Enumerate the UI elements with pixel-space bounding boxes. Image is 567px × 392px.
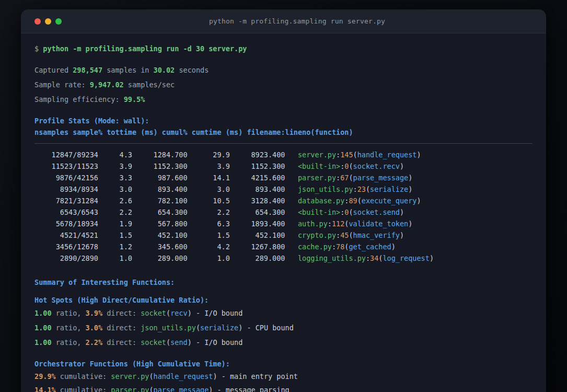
text-segment: ( xyxy=(349,208,353,216)
text-segment: 1.00 xyxy=(34,324,52,332)
table-cell-tottime: 654.300 xyxy=(132,206,188,218)
capture-stats: Captured 298,547 samples in 30.02 second… xyxy=(34,63,533,107)
summary-heading: Summary of Interesting Functions: xyxy=(34,276,533,288)
table-cell-nsamples: 11523/11523 xyxy=(34,160,98,172)
table-cell-sample_pct: 4.3 xyxy=(98,149,132,160)
text-segment: ( xyxy=(357,197,362,205)
hot-spots-list: 1.00 ratio, 3.9% direct: socket(recv) - … xyxy=(34,306,533,350)
table-cell-cumul_pct: 3.9 xyxy=(188,160,230,172)
table-cell-sample_pct: 1.0 xyxy=(98,252,132,264)
text-segment: database.py xyxy=(298,197,344,205)
text-segment: 112 xyxy=(332,220,344,228)
table-cell-sample_pct: 3.0 xyxy=(98,183,132,195)
hot-spot-line: 1.00 ratio, 2.2% direct: socket(send) - … xyxy=(34,335,533,350)
table-cell-nsamples: 9876/42156 xyxy=(34,172,98,183)
text-segment: 14.1% xyxy=(34,386,56,392)
text-segment: 145 xyxy=(340,151,353,159)
close-button[interactable] xyxy=(34,18,41,25)
text-segment: crypto.py xyxy=(298,231,336,239)
text-segment: 78 xyxy=(336,243,344,251)
text-segment: direct: xyxy=(102,309,141,317)
table-cell-tottime: 345.600 xyxy=(132,241,188,252)
text-segment: Sample rate: xyxy=(34,80,90,89)
table-cell-sample_pct: 1.5 xyxy=(98,229,132,241)
table-row: 9876/421563.3987.60014.14215.600parser.p… xyxy=(34,172,533,183)
table-row: 4521/45211.5452.1001.5452.100crypto.py:4… xyxy=(34,229,533,241)
text-segment: : xyxy=(336,151,340,159)
text-segment: 1.00 xyxy=(34,309,52,317)
minimize-button[interactable] xyxy=(45,18,51,25)
table-cell-tottime: 567.800 xyxy=(132,218,188,229)
table-cell-tottime: 893.400 xyxy=(132,183,188,195)
text-segment: ) xyxy=(188,309,192,317)
table-columns-header: nsamples sample% tottime (ms) cumul% cum… xyxy=(34,126,533,138)
text-segment: : xyxy=(332,243,336,251)
text-segment: 89 xyxy=(349,197,357,205)
text-segment: ) xyxy=(400,208,404,216)
text-segment: parser.py xyxy=(298,174,336,182)
text-segment: get_cached xyxy=(349,243,391,251)
text-segment: 1.00 xyxy=(34,338,52,347)
table-cell-cumtime: 289.000 xyxy=(230,252,285,264)
table-cell-location: cache.py:78(get_cached) xyxy=(285,243,396,251)
orchestrator-list: 29.9% cumulative: server.py(handle_reque… xyxy=(34,370,533,392)
text-segment: <built-in> xyxy=(298,162,340,170)
text-segment: ( xyxy=(149,386,153,392)
text-segment: socket.recv xyxy=(353,162,400,170)
table-cell-location: parser.py:67(parse_message) xyxy=(285,174,413,182)
text-segment: 3.0% xyxy=(86,324,103,332)
text-segment: - CPU bound xyxy=(242,324,294,332)
table-cell-sample_pct: 3.3 xyxy=(98,172,132,183)
profile-table: 12847/892344.31284.70029.98923.400server… xyxy=(34,149,533,264)
table-cell-cumul_pct: 2.2 xyxy=(188,206,230,218)
text-segment: ( xyxy=(349,231,353,239)
text-segment: 298,547 xyxy=(73,66,102,74)
table-cell-sample_pct: 3.9 xyxy=(98,160,132,172)
table-cell-nsamples: 6543/6543 xyxy=(34,206,98,218)
table-cell-tottime: 1284.700 xyxy=(132,149,188,160)
table-row: 12847/892344.31284.70029.98923.400server… xyxy=(34,149,533,160)
text-segment: parser.py xyxy=(111,386,149,392)
text-segment: socket xyxy=(141,309,166,317)
table-cell-nsamples: 2890/2890 xyxy=(34,252,98,264)
table-cell-location: auth.py:112(validate_token) xyxy=(285,220,413,228)
text-segment: server.py xyxy=(111,372,149,381)
text-segment: server.py xyxy=(298,151,336,159)
text-segment: json_utils.py xyxy=(298,185,353,193)
text-segment: ) xyxy=(430,254,434,262)
text-segment: : xyxy=(336,231,340,239)
table-cell-location: database.py:89(execute_query) xyxy=(285,197,421,205)
text-segment: ) xyxy=(213,372,217,381)
table-cell-cumtime: 4215.600 xyxy=(230,172,285,183)
text-segment: : xyxy=(328,220,332,228)
text-segment: 9,947.02 xyxy=(90,80,124,89)
text-segment: ratio, xyxy=(52,309,86,317)
table-row: 3456/126781.2345.6004.21267.800cache.py:… xyxy=(34,241,533,252)
traffic-lights xyxy=(34,18,62,25)
orchestrator-line: 29.9% cumulative: server.py(handle_reque… xyxy=(34,370,533,383)
orchestrator-line: 14.1% cumulative: parser.py(parse_messag… xyxy=(34,383,533,392)
text-segment: hmac_verify xyxy=(353,231,400,239)
text-segment: direct: xyxy=(102,338,141,347)
table-cell-tottime: 289.000 xyxy=(132,252,188,264)
text-segment: validate_token xyxy=(349,220,408,228)
table-row: 2890/28901.0289.0001.0289.000logging_uti… xyxy=(34,252,533,264)
text-segment: ( xyxy=(166,338,170,347)
table-cell-nsamples: 7821/31284 xyxy=(34,195,98,206)
text-segment: direct: xyxy=(102,324,141,332)
table-cell-cumtime: 1893.400 xyxy=(230,218,285,229)
table-cell-cumtime: 1267.800 xyxy=(230,241,285,252)
text-segment: ratio, xyxy=(52,338,86,347)
table-cell-location: <built-in>:0(socket.recv) xyxy=(285,162,404,170)
table-cell-cumtime: 3128.400 xyxy=(230,195,285,206)
text-segment: execute_query xyxy=(362,197,417,205)
text-segment: ) xyxy=(408,185,412,193)
maximize-button[interactable] xyxy=(55,18,62,25)
text-segment: Captured xyxy=(34,66,73,74)
text-segment: : xyxy=(366,254,370,262)
text-segment: 2.2% xyxy=(86,338,103,347)
text-segment: ( xyxy=(366,185,370,193)
text-segment: handle_request xyxy=(154,372,213,381)
table-cell-cumul_pct: 1.0 xyxy=(188,252,230,264)
text-segment: ) xyxy=(408,220,412,228)
